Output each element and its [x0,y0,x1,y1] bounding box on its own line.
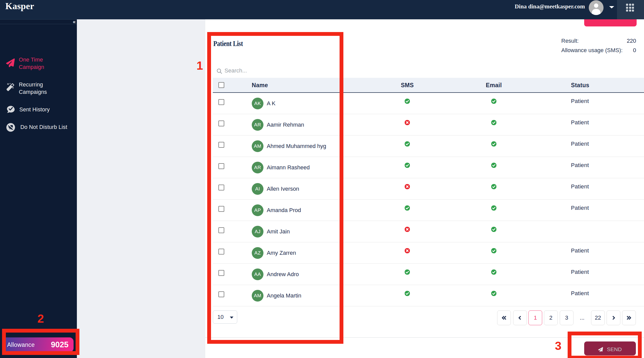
chat-check-icon [7,106,15,113]
sidebar-collapse-row: « [0,19,77,24]
campaign-editor-panel [77,19,205,358]
sidebar-item-one-time-campaign[interactable]: One Time Campaign [0,56,77,71]
email-status-icon [491,248,497,253]
column-header-sms: SMS [401,82,414,88]
sidebar-item-recurring-campaigns[interactable]: Recurring Campaigns [0,81,77,96]
sidebar-item-label: Do Not Disturb List [20,124,67,131]
user-email: Dina dina@meetkasper.com [515,3,585,10]
patient-status: Patient [571,119,589,126]
result-value: 220 [616,38,636,44]
last-page-button[interactable] [622,310,636,325]
previous-page-button[interactable] [513,310,527,325]
patient-status: Patient [571,98,589,105]
sms-status-icon [405,291,410,296]
sms-status-icon [405,269,410,275]
email-status-icon [491,98,497,104]
email-status-icon [491,227,497,232]
person-icon [589,0,604,15]
sidebar: « One Time Campaign Recurring [0,19,77,358]
sidebar-item-label: One Time Campaign [19,56,44,71]
sms-status-icon [405,248,410,253]
allowance-usage-value: 0 [616,47,636,54]
sms-status-icon [405,98,410,104]
page-button-2[interactable]: 2 [544,310,558,325]
sidebar-item-do-not-disturb[interactable]: Do Not Disturb List [0,124,77,131]
top-navigation-bar: Kasper Dina dina@meetkasper.com [0,0,644,19]
page-button-3[interactable]: 3 [560,310,573,325]
sidebar-item-label: Recurring Campaigns [19,81,47,96]
apps-grid-icon [626,4,634,12]
bell-off-icon [6,123,15,132]
top-pink-button[interactable] [584,19,637,26]
patient-status: Patient [571,205,589,211]
paper-plane-icon [6,58,15,67]
email-status-icon [491,205,497,211]
patient-status: Patient [571,141,589,147]
patient-status: Patient [571,269,589,275]
page-button-1[interactable]: 1 [528,310,542,325]
next-page-button[interactable] [607,310,620,325]
annotation-box-2 [2,329,79,355]
annotation-box-1 [207,32,343,344]
sms-status-icon [405,227,410,232]
email-status-icon [491,184,497,189]
column-header-status: Status [571,82,589,88]
annotation-label-2: 2 [37,312,44,325]
app-window: Kasper Dina dina@meetkasper.com « One Ti… [0,0,644,358]
page-button-22[interactable]: 22 [591,310,605,325]
sidebar-item-label: Sent History [19,106,50,113]
sms-status-icon [405,205,410,211]
user-avatar[interactable] [589,0,604,15]
allowance-usage-label: Allowance usage (SMS): [561,47,623,54]
patient-status: Patient [571,290,589,297]
patient-status: Patient [571,183,589,190]
annotation-label-3: 3 [555,339,562,353]
collapse-sidebar-icon[interactable]: « [73,19,75,25]
sms-status-icon [405,120,410,125]
sidebar-item-sent-history[interactable]: Sent History [0,106,77,113]
sms-status-icon [405,162,410,168]
magic-wand-icon [7,82,14,91]
annotation-label-1: 1 [197,59,203,72]
page-ellipsis: ... [575,310,589,325]
email-status-icon [491,141,497,146]
sms-status-icon [405,184,410,189]
patient-status: Patient [571,162,589,169]
sms-status-icon [405,141,410,146]
email-status-icon [491,120,497,125]
first-page-button[interactable] [497,310,511,325]
user-menu-caret-icon[interactable] [609,6,614,8]
email-status-icon [491,162,497,168]
kasper-logo: Kasper [5,1,34,11]
patient-status: Patient [571,247,589,254]
annotation-box-3 [568,332,642,358]
email-status-icon [491,269,497,275]
result-label: Result: [561,38,579,44]
apps-menu-button[interactable] [617,0,644,19]
email-status-icon [491,291,497,296]
column-header-email: Email [486,82,502,88]
